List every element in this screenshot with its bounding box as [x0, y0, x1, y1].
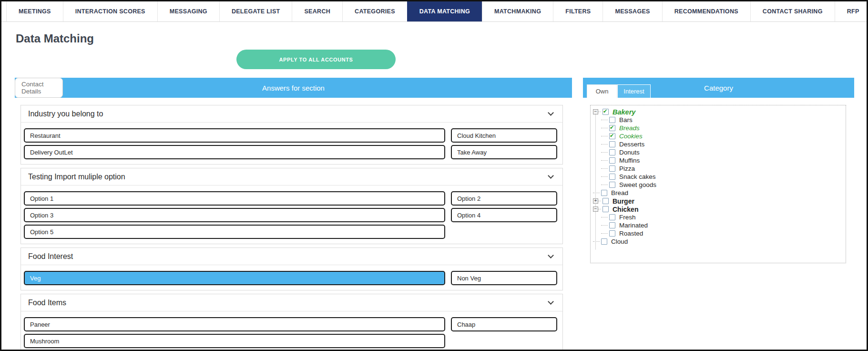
answer-option-restaurant[interactable]: Restaurant: [24, 128, 445, 143]
nav-tab-data-matching[interactable]: DATA MATCHING: [407, 1, 482, 21]
apply-to-all-accounts-button[interactable]: APPLY TO ALL ACCOUNTS: [236, 50, 396, 69]
tree-node-label[interactable]: Snack cakes: [619, 173, 656, 180]
section-header[interactable]: Food Interest: [21, 248, 562, 265]
tree-connector-stub: [601, 128, 608, 128]
answer-option-non-veg[interactable]: Non Veg: [451, 271, 557, 285]
tree-node-sweet-goods[interactable]: Sweet goods: [591, 181, 846, 189]
nav-tab-messages[interactable]: MESSAGES: [602, 1, 662, 21]
answer-option-paneer[interactable]: Paneer: [24, 317, 445, 331]
answer-option-option-2[interactable]: Option 2: [451, 191, 557, 206]
tree-node-roasted[interactable]: Roasted: [591, 229, 846, 237]
answer-option-option-4[interactable]: Option 4: [451, 208, 557, 222]
tree-node-label[interactable]: Donuts: [619, 149, 640, 156]
nav-tab-contact-sharing[interactable]: CONTACT SHARING: [750, 1, 835, 21]
answer-option-take-away[interactable]: Take Away: [451, 145, 557, 159]
section-header[interactable]: Food Items: [21, 294, 562, 311]
tab-interest[interactable]: Interest: [617, 84, 651, 98]
tree-node-label[interactable]: Roasted: [619, 230, 643, 237]
answer-option-option-1[interactable]: Option 1: [24, 191, 445, 206]
answer-option-delivery-outlet[interactable]: Delivery OutLet: [24, 145, 445, 159]
tree-node-snack-cakes[interactable]: Snack cakes: [591, 173, 846, 181]
tree-node-label[interactable]: Chicken: [613, 206, 638, 213]
checkbox-unchecked[interactable]: [602, 198, 609, 204]
nav-tab-recommendations[interactable]: RECOMMENDATIONS: [662, 1, 750, 21]
chevron-down-icon[interactable]: [548, 252, 554, 258]
answer-option-option-5[interactable]: Option 5: [24, 225, 445, 239]
tree-node-desserts[interactable]: Desserts: [591, 140, 846, 148]
chevron-down-icon[interactable]: [548, 299, 554, 305]
nav-tab-categories[interactable]: CATEGORIES: [342, 1, 407, 21]
tree-node-label[interactable]: Breads: [619, 124, 640, 132]
tree-connector-stub: [601, 217, 608, 217]
tab-own[interactable]: Own: [587, 84, 617, 98]
checkbox-checked[interactable]: [609, 125, 615, 131]
checkbox-unchecked[interactable]: [601, 190, 607, 196]
answer-option-option-3[interactable]: Option 3: [24, 208, 445, 222]
nav-tab-rfp[interactable]: RFP: [835, 1, 868, 21]
chevron-down-icon[interactable]: [548, 173, 554, 179]
tree-node-label[interactable]: Pizza: [619, 165, 635, 172]
tree-node-muffins[interactable]: Muffins: [591, 156, 846, 165]
nav-tab-search[interactable]: SEARCH: [292, 1, 342, 21]
checkbox-unchecked[interactable]: [609, 165, 615, 172]
tree-node-donuts[interactable]: Donuts: [591, 148, 846, 156]
tree-node-pizza[interactable]: Pizza: [591, 165, 846, 173]
tree-node-label[interactable]: Muffins: [619, 157, 640, 164]
tree-node-chicken[interactable]: −Chicken: [591, 205, 846, 213]
tree-node-marinated[interactable]: Marinated: [591, 221, 846, 229]
section-header[interactable]: Industry you belong to: [21, 105, 562, 123]
tree-node-label[interactable]: Cloud: [611, 238, 628, 245]
checkbox-unchecked[interactable]: [609, 222, 615, 228]
nav-tab-meetings[interactable]: MEETINGS: [6, 1, 63, 21]
tree-node-fresh[interactable]: Fresh: [591, 213, 846, 221]
tree-node-label[interactable]: Sweet goods: [619, 181, 656, 188]
checkbox-unchecked[interactable]: [602, 206, 609, 212]
checkbox-unchecked[interactable]: [609, 230, 615, 237]
question-section-food-interest: Food InterestVegNon Veg: [20, 248, 563, 290]
tree-node-label[interactable]: Fresh: [619, 214, 636, 221]
tree-connector-stub: [593, 193, 600, 193]
checkbox-unchecked[interactable]: [601, 238, 607, 245]
nav-tab-messaging[interactable]: MESSAGING: [157, 1, 219, 21]
tree-node-label[interactable]: Cookies: [619, 133, 643, 140]
checkbox-checked[interactable]: [609, 133, 615, 139]
nav-tab-filters[interactable]: FILTERS: [553, 1, 602, 21]
checkbox-unchecked[interactable]: [609, 174, 615, 180]
tree-node-label[interactable]: Bread: [611, 189, 628, 196]
category-tree: −BakeryBarsBreadsCookiesDessertsDonutsMu…: [590, 105, 846, 263]
tree-node-bars[interactable]: Bars: [591, 116, 846, 124]
nav-tab-matchmaking[interactable]: MATCHMAKING: [482, 1, 553, 21]
tab-contact-details[interactable]: Contact Details: [15, 78, 63, 98]
checkbox-checked[interactable]: [602, 109, 609, 115]
section-header[interactable]: Testing Import muliple option: [21, 168, 562, 186]
answer-option-chaap[interactable]: Chaap: [451, 317, 557, 331]
tree-node-label[interactable]: Burger: [613, 197, 634, 205]
tree-node-bread[interactable]: Bread: [591, 189, 846, 197]
tree-node-label[interactable]: Bars: [619, 116, 633, 124]
tree-node-label[interactable]: Marinated: [619, 222, 648, 229]
chevron-down-icon[interactable]: [548, 110, 554, 116]
tree-node-label[interactable]: Desserts: [619, 141, 644, 148]
tree-node-breads[interactable]: Breads: [591, 124, 846, 132]
checkbox-unchecked[interactable]: [609, 141, 615, 147]
tree-node-burger[interactable]: +Burger: [591, 197, 846, 205]
tree-node-label[interactable]: Bakery: [613, 108, 635, 116]
section-options: VegNon Veg: [21, 265, 562, 290]
nav-tab-delegate-list[interactable]: DELEGATE LIST: [219, 1, 292, 21]
answer-option-cloud-kitchen[interactable]: Cloud Kitchen: [451, 128, 557, 143]
checkbox-unchecked[interactable]: [609, 214, 615, 220]
expand-icon[interactable]: +: [593, 198, 598, 204]
answer-option-mushroom[interactable]: Mushroom: [24, 334, 445, 348]
nav-tab-interaction-scores[interactable]: INTERACTION SCORES: [63, 1, 157, 21]
checkbox-unchecked[interactable]: [609, 182, 615, 188]
section-options: PaneerChaapMushroom: [21, 311, 562, 351]
answer-option-veg[interactable]: Veg: [24, 271, 445, 285]
tree-node-bakery[interactable]: −Bakery: [591, 108, 846, 116]
checkbox-unchecked[interactable]: [609, 117, 615, 123]
checkbox-unchecked[interactable]: [609, 157, 615, 164]
tree-node-cookies[interactable]: Cookies: [591, 132, 846, 140]
collapse-icon[interactable]: −: [593, 206, 598, 212]
collapse-icon[interactable]: −: [593, 109, 598, 114]
checkbox-unchecked[interactable]: [609, 149, 615, 155]
tree-node-cloud[interactable]: Cloud: [591, 237, 846, 246]
